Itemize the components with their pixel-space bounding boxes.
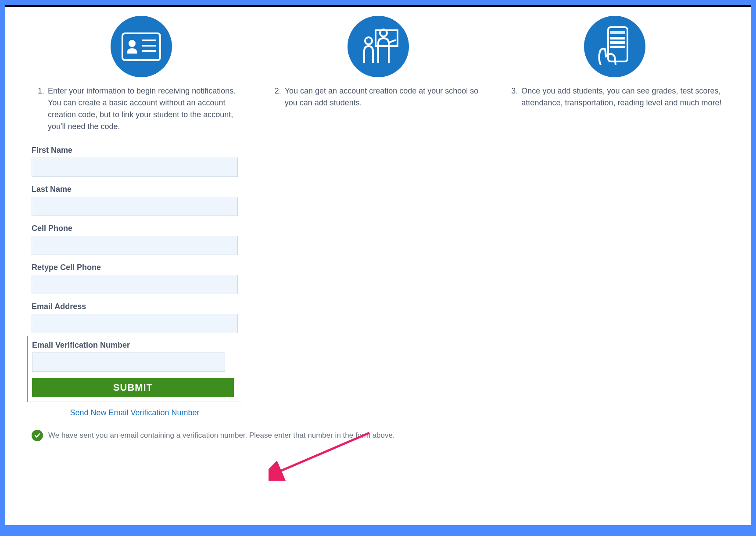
svg-rect-0	[122, 33, 160, 60]
verification-field-group: Email Verification Number	[32, 341, 237, 372]
submit-button[interactable]: SUBMIT	[32, 378, 234, 397]
mobile-app-icon	[584, 16, 645, 77]
step-number: 2.	[269, 85, 281, 97]
step-1: 1. Enter your information to begin recei…	[32, 16, 251, 133]
verification-input[interactable]	[32, 353, 225, 372]
retype-cell-phone-label: Retype Cell Phone	[32, 263, 238, 272]
cell-phone-input[interactable]	[32, 236, 238, 255]
check-circle-icon	[32, 430, 43, 441]
retype-cell-phone-input[interactable]	[32, 275, 238, 294]
svg-line-8	[389, 40, 396, 43]
first-name-input[interactable]	[32, 158, 238, 177]
signup-form: First Name Last Name Cell Phone Retype C…	[32, 146, 238, 417]
svg-rect-13	[610, 46, 625, 48]
svg-rect-11	[610, 37, 625, 40]
last-name-input[interactable]	[32, 197, 238, 216]
status-message-row: We have sent you an email containing a v…	[32, 430, 724, 441]
step-number: 1.	[32, 85, 44, 97]
verification-label: Email Verification Number	[32, 341, 237, 350]
onboarding-steps: 1. Enter your information to begin recei…	[32, 16, 724, 133]
resend-verification-link[interactable]: Send New Email Verification Number	[70, 408, 199, 417]
svg-rect-12	[610, 41, 625, 44]
first-name-field-group: First Name	[32, 146, 238, 177]
step-description: Enter your information to begin receivin…	[48, 85, 251, 133]
cell-phone-field-group: Cell Phone	[32, 224, 238, 255]
step-number: 3.	[505, 85, 518, 97]
svg-point-6	[365, 37, 372, 44]
step-description: Once you add students, you can see grade…	[521, 85, 724, 109]
status-message-text: We have sent you an email containing a v…	[48, 431, 395, 440]
id-card-icon	[111, 16, 172, 77]
email-input[interactable]	[32, 314, 238, 333]
svg-point-1	[129, 40, 136, 47]
page-content: 1. Enter your information to begin recei…	[5, 7, 751, 525]
step-description: You can get an account creation code at …	[285, 85, 488, 109]
first-name-label: First Name	[32, 146, 238, 155]
cell-phone-label: Cell Phone	[32, 224, 238, 233]
retype-cell-phone-field-group: Retype Cell Phone	[32, 263, 238, 294]
school-icon	[348, 16, 409, 77]
svg-rect-10	[610, 31, 625, 34]
last-name-label: Last Name	[32, 185, 238, 194]
page-border: 1. Enter your information to begin recei…	[5, 5, 751, 525]
email-label: Email Address	[32, 302, 238, 311]
step-2: 2. You can get an account creation code …	[269, 16, 488, 133]
verification-highlight-box: Email Verification Number SUBMIT	[27, 336, 242, 402]
step-3: 3. Once you add students, you can see gr…	[505, 16, 724, 133]
email-field-group: Email Address	[32, 302, 238, 333]
last-name-field-group: Last Name	[32, 185, 238, 216]
